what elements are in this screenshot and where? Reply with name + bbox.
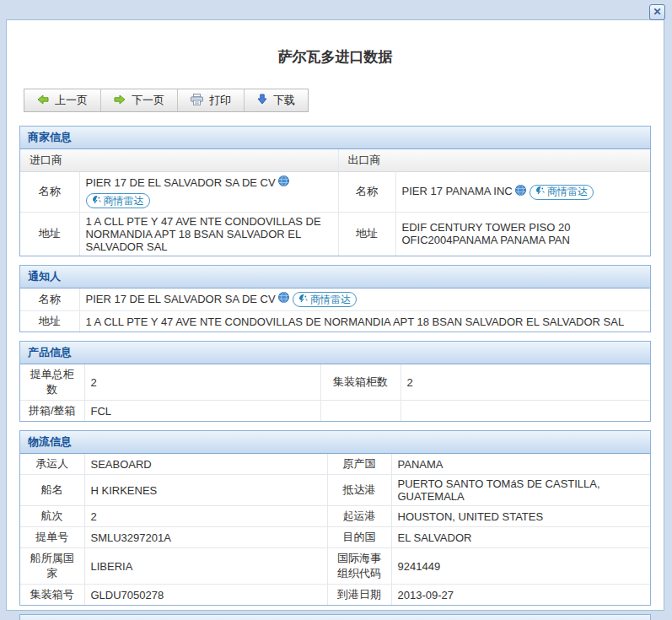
- arrow-down-icon: [257, 94, 267, 107]
- section-merchant: 商家信息 进口商 出口商 名称 PIER 17 DE EL SALVADOR S…: [19, 126, 651, 256]
- section-logistics: 物流信息 承运人 SEABOARD 原产国 PANAMA 船名 H KIRKEN…: [19, 430, 651, 606]
- field-value: 2: [401, 364, 650, 401]
- section-product: 产品信息 提单总柜数 2 集装箱柜数 2 拼箱/整箱 FCL: [19, 341, 651, 422]
- page-title: 萨尔瓦多进口数据: [7, 47, 664, 67]
- field-value: SMLU3297201A: [84, 527, 327, 548]
- radar-dish-icon: [298, 292, 308, 308]
- radar-dish-icon: [92, 193, 101, 209]
- field-label: 集装箱柜数: [320, 364, 401, 401]
- field-label: 起运港: [327, 506, 391, 527]
- importer-header: 进口商: [20, 149, 338, 172]
- importer-name-label: 名称: [20, 172, 79, 213]
- printer-icon: [191, 94, 203, 108]
- importer-address-value: 1 A CLL PTE Y 47 AVE NTE CONDOVILLAS DE …: [79, 212, 338, 256]
- field-label: 航次: [20, 506, 84, 527]
- field-label: 国际海事组织代码: [327, 548, 391, 585]
- download-label: 下载: [273, 93, 295, 108]
- merchant-subheader-row: 进口商 出口商: [20, 149, 650, 172]
- table-row: 拼箱/整箱 FCL: [20, 401, 650, 422]
- table-row: 地址 1 A CLL PTE Y 47 AVE NTE CONDOVILLAS …: [20, 311, 650, 332]
- section-product-header: 产品信息: [20, 342, 650, 364]
- prev-page-button[interactable]: 上一页: [24, 89, 100, 111]
- field-value: EL SALVADOR: [391, 527, 650, 548]
- next-page-label: 下一页: [132, 93, 164, 108]
- field-value: 2: [84, 506, 327, 527]
- next-page-button[interactable]: 下一页: [100, 89, 177, 111]
- radar-badge-label: 商情雷达: [310, 292, 351, 308]
- field-label: 目的国: [327, 527, 391, 548]
- notify-name-value: PIER 17 DE EL SALVADOR SA DE CV: [86, 293, 276, 305]
- exporter-address-label: 地址: [338, 212, 395, 256]
- field-value: 2: [84, 364, 320, 401]
- field-value: PUERTO SANTO TOMáS DE CASTILLA, GUATEMAL…: [391, 475, 650, 506]
- merchant-table: 进口商 出口商 名称 PIER 17 DE EL SALVADOR SA DE …: [20, 149, 650, 256]
- notify-address-label: 地址: [20, 311, 79, 332]
- table-row: 名称 PIER 17 DE EL SALVADOR SA DE CV 商情雷达: [20, 288, 650, 311]
- notify-name-label: 名称: [20, 288, 79, 311]
- print-button[interactable]: 打印: [177, 89, 244, 111]
- radar-badge[interactable]: 商情雷达: [530, 185, 594, 200]
- section-description-header: 描述: [20, 615, 650, 620]
- table-row: 名称 PIER 17 DE EL SALVADOR SA DE CV 商情雷达 …: [20, 172, 650, 213]
- field-value: 2013-09-27: [391, 585, 650, 606]
- table-row: 船名 H KIRKENES 抵达港 PUERTO SANTO TOMáS DE …: [20, 475, 650, 506]
- field-label: 提单总柜数: [20, 364, 84, 401]
- field-label: 船所属国家: [20, 548, 84, 585]
- field-value: FCL: [84, 401, 320, 422]
- notify-address-value: 1 A CLL PTE Y 47 AVE NTE CONDOVILLAS DE …: [79, 311, 650, 332]
- importer-name-value: PIER 17 DE EL SALVADOR SA DE CV: [86, 176, 276, 189]
- table-row: 集装箱号 GLDU7050278 到港日期 2013-09-27: [20, 585, 650, 606]
- field-value: 9241449: [391, 548, 650, 585]
- radar-badge-label: 商情雷达: [547, 184, 588, 200]
- field-value: LIBERIA: [84, 548, 327, 585]
- exporter-header: 出口商: [338, 149, 650, 172]
- field-value: PANAMA: [391, 454, 650, 475]
- field-value: [401, 401, 650, 422]
- globe-icon[interactable]: [515, 184, 526, 201]
- field-value: SEABOARD: [84, 454, 327, 475]
- field-value: GLDU7050278: [84, 585, 327, 606]
- table-row: 提单总柜数 2 集装箱柜数 2: [20, 364, 650, 401]
- field-label: 到港日期: [327, 585, 391, 606]
- table-row: 船所属国家 LIBERIA 国际海事组织代码 9241449: [20, 548, 650, 585]
- table-row: 提单号 SMLU3297201A 目的国 EL SALVADOR: [20, 527, 650, 548]
- prev-page-label: 上一页: [55, 93, 88, 108]
- exporter-name-label: 名称: [338, 172, 395, 213]
- globe-icon[interactable]: [278, 175, 289, 191]
- field-label: 承运人: [20, 454, 84, 475]
- importer-address-label: 地址: [20, 212, 79, 256]
- close-button[interactable]: ✕: [649, 4, 665, 20]
- exporter-address-value: EDIF CENTURY TOWER PISO 20 OFIC2004PANAM…: [395, 212, 650, 256]
- section-logistics-header: 物流信息: [20, 431, 650, 454]
- dialog-panel: 萨尔瓦多进口数据 上一页 下一页 打印 下载 商家信息 进口商 出口商: [6, 19, 664, 611]
- logistics-table: 承运人 SEABOARD 原产国 PANAMA 船名 H KIRKENES 抵达…: [20, 454, 650, 605]
- section-merchant-header: 商家信息: [20, 127, 650, 149]
- radar-badge[interactable]: 商情雷达: [86, 193, 150, 208]
- field-label: 集装箱号: [20, 585, 84, 606]
- table-row: 地址 1 A CLL PTE Y 47 AVE NTE CONDOVILLAS …: [20, 212, 650, 256]
- radar-dish-icon: [535, 184, 545, 200]
- globe-icon[interactable]: [278, 291, 289, 308]
- close-icon: ✕: [653, 6, 661, 18]
- field-value: HOUSTON, UNITED STATES: [391, 506, 650, 527]
- field-label: 原产国: [327, 454, 391, 475]
- arrow-right-icon: [114, 94, 126, 107]
- section-description: 描述 产品描述 BULTOSPISTOLA DE AIRE TUBO LED P…: [19, 614, 651, 620]
- field-value: H KIRKENES: [84, 475, 327, 506]
- field-label: [320, 401, 401, 422]
- field-label: 提单号: [20, 527, 84, 548]
- toolbar: 上一页 下一页 打印 下载: [24, 89, 309, 112]
- arrow-left-icon: [37, 94, 49, 107]
- table-row: 航次 2 起运港 HOUSTON, UNITED STATES: [20, 506, 650, 527]
- exporter-name-value: PIER 17 PANAMA INC: [402, 185, 513, 197]
- radar-badge-label: 商情雷达: [104, 193, 144, 209]
- notify-table: 名称 PIER 17 DE EL SALVADOR SA DE CV 商情雷达 …: [20, 288, 650, 332]
- download-button[interactable]: 下载: [244, 89, 308, 111]
- section-notify-header: 通知人: [20, 266, 650, 288]
- field-label: 抵达港: [327, 475, 391, 506]
- product-table: 提单总柜数 2 集装箱柜数 2 拼箱/整箱 FCL: [20, 364, 650, 421]
- radar-badge[interactable]: 商情雷达: [293, 292, 357, 307]
- print-label: 打印: [209, 93, 231, 108]
- field-label: 船名: [20, 475, 84, 506]
- field-label: 拼箱/整箱: [20, 401, 84, 422]
